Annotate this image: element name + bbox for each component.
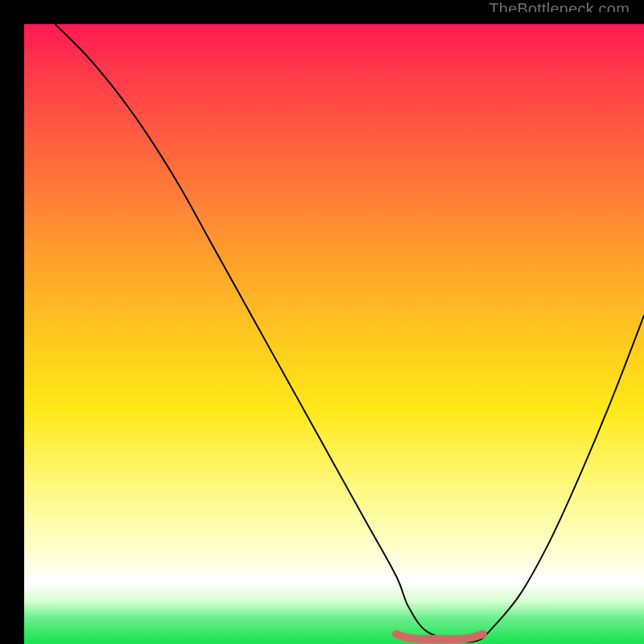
chart-plot-area xyxy=(24,24,644,644)
chart-frame xyxy=(12,12,632,632)
chart-background-gradient xyxy=(24,24,644,644)
